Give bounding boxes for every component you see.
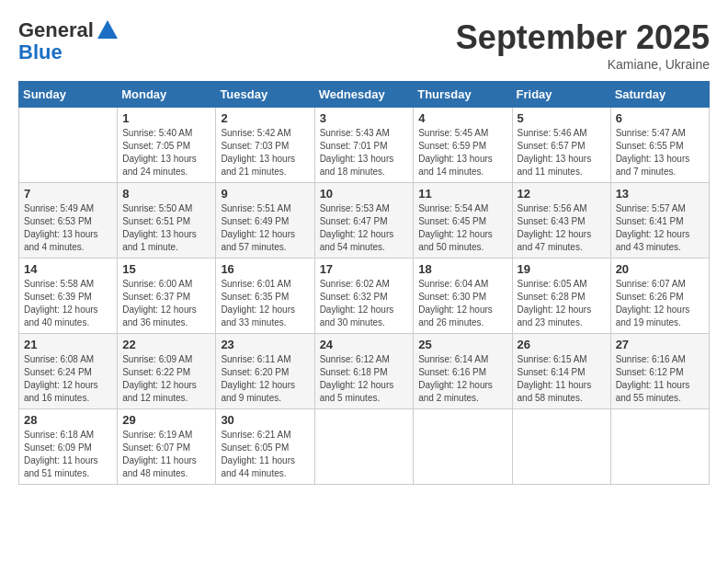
day-info: Sunrise: 5:53 AM Sunset: 6:47 PM Dayligh… bbox=[320, 202, 409, 254]
calendar-cell: 8Sunrise: 5:50 AM Sunset: 6:51 PM Daylig… bbox=[118, 183, 216, 259]
day-number: 17 bbox=[320, 262, 409, 276]
day-info: Sunrise: 5:43 AM Sunset: 7:01 PM Dayligh… bbox=[320, 127, 409, 178]
day-number: 25 bbox=[418, 338, 506, 351]
calendar-cell: 11Sunrise: 5:54 AM Sunset: 6:45 PM Dayli… bbox=[414, 183, 512, 259]
day-number: 7 bbox=[24, 187, 112, 201]
calendar-week-5: 28Sunrise: 6:18 AM Sunset: 6:09 PM Dayli… bbox=[19, 409, 710, 485]
calendar-cell: 29Sunrise: 6:19 AM Sunset: 6:07 PM Dayli… bbox=[118, 409, 216, 485]
col-header-monday: Monday bbox=[118, 82, 216, 108]
day-number: 29 bbox=[122, 413, 210, 427]
calendar-cell: 3Sunrise: 5:43 AM Sunset: 7:01 PM Daylig… bbox=[314, 108, 414, 183]
day-info: Sunrise: 5:54 AM Sunset: 6:45 PM Dayligh… bbox=[418, 202, 506, 254]
calendar-cell: 30Sunrise: 6:21 AM Sunset: 6:05 PM Dayli… bbox=[216, 409, 314, 485]
calendar-cell: 14Sunrise: 5:58 AM Sunset: 6:39 PM Dayli… bbox=[19, 259, 118, 334]
day-info: Sunrise: 6:15 AM Sunset: 6:14 PM Dayligh… bbox=[518, 353, 606, 405]
month-title: September 2025 bbox=[456, 18, 710, 57]
day-number: 13 bbox=[616, 187, 704, 201]
calendar-cell: 22Sunrise: 6:09 AM Sunset: 6:22 PM Dayli… bbox=[118, 334, 216, 409]
day-number: 12 bbox=[518, 187, 606, 201]
calendar-cell: 18Sunrise: 6:04 AM Sunset: 6:30 PM Dayli… bbox=[414, 259, 512, 334]
calendar-week-2: 7Sunrise: 5:49 AM Sunset: 6:53 PM Daylig… bbox=[19, 183, 710, 259]
calendar-cell: 1Sunrise: 5:40 AM Sunset: 7:05 PM Daylig… bbox=[118, 108, 216, 183]
col-header-tuesday: Tuesday bbox=[216, 82, 314, 108]
day-number: 15 bbox=[122, 262, 210, 276]
calendar-cell: 26Sunrise: 6:15 AM Sunset: 6:14 PM Dayli… bbox=[512, 334, 610, 409]
calendar-cell: 6Sunrise: 5:47 AM Sunset: 6:55 PM Daylig… bbox=[610, 108, 709, 183]
day-info: Sunrise: 6:02 AM Sunset: 6:32 PM Dayligh… bbox=[320, 278, 409, 329]
day-info: Sunrise: 5:56 AM Sunset: 6:43 PM Dayligh… bbox=[518, 202, 606, 254]
col-header-wednesday: Wednesday bbox=[314, 82, 414, 108]
day-info: Sunrise: 6:04 AM Sunset: 6:30 PM Dayligh… bbox=[418, 278, 506, 329]
calendar-cell: 27Sunrise: 6:16 AM Sunset: 6:12 PM Dayli… bbox=[610, 334, 709, 409]
day-number: 21 bbox=[24, 338, 112, 351]
col-header-thursday: Thursday bbox=[414, 82, 512, 108]
day-number: 28 bbox=[24, 413, 112, 427]
day-number: 30 bbox=[221, 413, 309, 427]
calendar-cell: 10Sunrise: 5:53 AM Sunset: 6:47 PM Dayli… bbox=[314, 183, 414, 259]
day-number: 8 bbox=[122, 187, 210, 201]
day-info: Sunrise: 5:46 AM Sunset: 6:57 PM Dayligh… bbox=[518, 127, 606, 178]
day-number: 1 bbox=[122, 111, 210, 125]
calendar-cell: 2Sunrise: 5:42 AM Sunset: 7:03 PM Daylig… bbox=[216, 108, 314, 183]
day-info: Sunrise: 5:49 AM Sunset: 6:53 PM Dayligh… bbox=[24, 202, 112, 254]
logo-icon bbox=[96, 18, 119, 42]
day-number: 23 bbox=[221, 338, 309, 351]
day-info: Sunrise: 6:08 AM Sunset: 6:24 PM Dayligh… bbox=[24, 353, 112, 405]
calendar-cell: 5Sunrise: 5:46 AM Sunset: 6:57 PM Daylig… bbox=[512, 108, 610, 183]
col-header-friday: Friday bbox=[512, 82, 610, 108]
svg-marker-0 bbox=[97, 20, 118, 39]
col-header-sunday: Sunday bbox=[19, 82, 118, 108]
calendar-cell: 23Sunrise: 6:11 AM Sunset: 6:20 PM Dayli… bbox=[216, 334, 314, 409]
day-number: 3 bbox=[320, 111, 409, 125]
day-info: Sunrise: 5:57 AM Sunset: 6:41 PM Dayligh… bbox=[616, 202, 704, 254]
day-info: Sunrise: 5:40 AM Sunset: 7:05 PM Dayligh… bbox=[122, 127, 210, 178]
location: Kamiane, Ukraine bbox=[456, 57, 710, 72]
day-info: Sunrise: 6:14 AM Sunset: 6:16 PM Dayligh… bbox=[418, 353, 506, 405]
calendar-cell: 17Sunrise: 6:02 AM Sunset: 6:32 PM Dayli… bbox=[314, 259, 414, 334]
day-info: Sunrise: 6:09 AM Sunset: 6:22 PM Dayligh… bbox=[122, 353, 210, 405]
day-info: Sunrise: 6:01 AM Sunset: 6:35 PM Dayligh… bbox=[221, 278, 309, 329]
title-block: September 2025 Kamiane, Ukraine bbox=[456, 18, 710, 72]
calendar-week-1: 1Sunrise: 5:40 AM Sunset: 7:05 PM Daylig… bbox=[19, 108, 710, 183]
logo-general: General bbox=[18, 18, 94, 42]
day-info: Sunrise: 5:51 AM Sunset: 6:49 PM Dayligh… bbox=[221, 202, 309, 254]
calendar-table: SundayMondayTuesdayWednesdayThursdayFrid… bbox=[18, 81, 710, 485]
logo: General Blue bbox=[18, 18, 121, 63]
day-number: 2 bbox=[221, 111, 309, 125]
calendar-cell bbox=[512, 409, 610, 485]
col-header-saturday: Saturday bbox=[610, 82, 709, 108]
day-number: 20 bbox=[616, 262, 704, 276]
day-number: 19 bbox=[518, 262, 606, 276]
calendar-cell: 19Sunrise: 6:05 AM Sunset: 6:28 PM Dayli… bbox=[512, 259, 610, 334]
calendar-cell: 15Sunrise: 6:00 AM Sunset: 6:37 PM Dayli… bbox=[118, 259, 216, 334]
day-number: 16 bbox=[221, 262, 309, 276]
day-info: Sunrise: 6:07 AM Sunset: 6:26 PM Dayligh… bbox=[616, 278, 704, 329]
calendar-cell bbox=[610, 409, 709, 485]
calendar-cell: 7Sunrise: 5:49 AM Sunset: 6:53 PM Daylig… bbox=[19, 183, 118, 259]
day-number: 9 bbox=[221, 187, 309, 201]
day-info: Sunrise: 6:05 AM Sunset: 6:28 PM Dayligh… bbox=[518, 278, 606, 329]
calendar-cell: 9Sunrise: 5:51 AM Sunset: 6:49 PM Daylig… bbox=[216, 183, 314, 259]
day-info: Sunrise: 6:00 AM Sunset: 6:37 PM Dayligh… bbox=[122, 278, 210, 329]
calendar-cell bbox=[19, 108, 118, 183]
calendar-cell bbox=[314, 409, 414, 485]
day-number: 5 bbox=[518, 111, 606, 125]
calendar-cell: 16Sunrise: 6:01 AM Sunset: 6:35 PM Dayli… bbox=[216, 259, 314, 334]
calendar-week-3: 14Sunrise: 5:58 AM Sunset: 6:39 PM Dayli… bbox=[19, 259, 710, 334]
day-info: Sunrise: 5:42 AM Sunset: 7:03 PM Dayligh… bbox=[221, 127, 309, 178]
day-number: 27 bbox=[616, 338, 704, 351]
day-info: Sunrise: 6:21 AM Sunset: 6:05 PM Dayligh… bbox=[221, 429, 309, 480]
calendar-cell: 4Sunrise: 5:45 AM Sunset: 6:59 PM Daylig… bbox=[414, 108, 512, 183]
day-info: Sunrise: 5:47 AM Sunset: 6:55 PM Dayligh… bbox=[616, 127, 704, 178]
day-number: 11 bbox=[418, 187, 506, 201]
calendar-cell: 12Sunrise: 5:56 AM Sunset: 6:43 PM Dayli… bbox=[512, 183, 610, 259]
day-info: Sunrise: 6:18 AM Sunset: 6:09 PM Dayligh… bbox=[24, 429, 112, 480]
day-info: Sunrise: 6:12 AM Sunset: 6:18 PM Dayligh… bbox=[320, 353, 409, 405]
calendar-cell: 13Sunrise: 5:57 AM Sunset: 6:41 PM Dayli… bbox=[610, 183, 709, 259]
calendar-cell: 25Sunrise: 6:14 AM Sunset: 6:16 PM Dayli… bbox=[414, 334, 512, 409]
day-info: Sunrise: 6:19 AM Sunset: 6:07 PM Dayligh… bbox=[122, 429, 210, 480]
day-info: Sunrise: 5:50 AM Sunset: 6:51 PM Dayligh… bbox=[122, 202, 210, 254]
calendar-cell: 21Sunrise: 6:08 AM Sunset: 6:24 PM Dayli… bbox=[19, 334, 118, 409]
logo-blue: Blue bbox=[18, 42, 121, 63]
day-info: Sunrise: 6:11 AM Sunset: 6:20 PM Dayligh… bbox=[221, 353, 309, 405]
